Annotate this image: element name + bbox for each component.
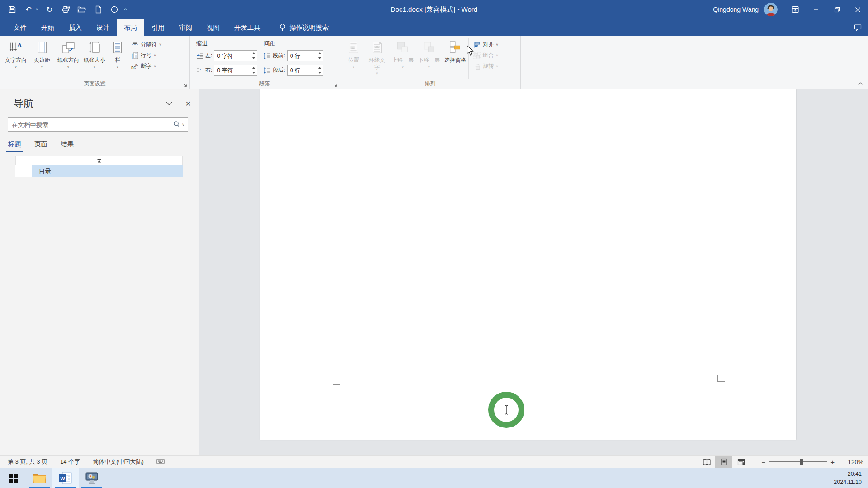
taskbar-file-explorer[interactable] [26, 468, 52, 488]
spin-down[interactable] [250, 70, 257, 76]
undo-button[interactable]: ↶ [24, 5, 33, 14]
dialog-launcher-page-setup[interactable] [181, 81, 188, 88]
chevron-down-icon: ˅ [352, 65, 354, 69]
tab-file[interactable]: 文件 [6, 19, 34, 36]
taskbar-word[interactable]: W [52, 468, 79, 488]
quick-access-toolbar: ↶ ˅ ↻ ⸱˅ [0, 5, 127, 14]
zoom-slider[interactable] [769, 461, 827, 462]
taskbar-clock[interactable]: 20:41 2024.11.10 [829, 468, 868, 488]
dialog-launcher-paragraph[interactable] [331, 81, 338, 88]
print-preview-icon[interactable] [61, 5, 71, 14]
line-numbers-button[interactable]: 123 行号˅ [131, 52, 161, 59]
spin-up[interactable] [316, 51, 323, 56]
read-mode-button[interactable] [698, 456, 715, 468]
redo-icon[interactable]: ↻ [44, 5, 54, 14]
nav-tab-results[interactable]: 结果 [61, 140, 74, 152]
web-layout-button[interactable] [732, 456, 750, 468]
indent-left-icon [196, 52, 203, 60]
nav-pane-options-chevron-icon[interactable] [165, 100, 173, 107]
tab-layout[interactable]: 布局 [117, 19, 144, 36]
zoom-slider-thumb[interactable] [800, 459, 803, 465]
zoom-percentage[interactable]: 120% [844, 459, 863, 465]
spin-down[interactable] [316, 70, 323, 76]
chevron-down-icon: ˅ [93, 65, 95, 69]
align-button[interactable]: 对齐˅ [473, 41, 498, 48]
restore-button[interactable] [826, 0, 847, 19]
margins-button[interactable]: 页边距 ˅ [29, 38, 55, 79]
paper-size-button[interactable]: 纸张大小 ˅ [81, 38, 108, 79]
minimize-button[interactable] [806, 0, 826, 19]
taskbar-system-tool[interactable] [79, 468, 105, 488]
taskbar: W 20:41 2024.11.10 [0, 468, 868, 488]
close-button[interactable] [847, 0, 868, 19]
open-folder-icon[interactable] [77, 5, 87, 14]
touch-mode-circle-icon[interactable] [109, 5, 119, 14]
chevron-down-icon: ˅ [401, 65, 404, 69]
lightbulb-icon [279, 23, 286, 32]
collapse-ribbon-button[interactable] [857, 80, 863, 87]
hyphenation-button[interactable]: bca- 断字˅ [131, 62, 161, 70]
chevron-down-icon: ˅ [376, 71, 378, 76]
orientation-button[interactable]: 纸张方向 ˅ [55, 38, 81, 79]
keyboard-icon[interactable] [156, 458, 165, 466]
tell-me-search[interactable]: 操作说明搜索 [279, 19, 329, 36]
search-input[interactable] [8, 122, 173, 128]
space-after-field[interactable]: 0 行 [287, 65, 323, 76]
ribbon-display-options-icon[interactable] [785, 0, 806, 19]
account-user-name[interactable]: Qingdong Wang [713, 6, 759, 13]
start-button[interactable] [0, 468, 26, 488]
avatar[interactable] [764, 3, 778, 16]
zoom-in-button[interactable]: + [827, 458, 838, 466]
spin-up[interactable] [250, 65, 257, 70]
chevron-down-icon: ˅ [496, 64, 498, 69]
spin-down[interactable] [316, 56, 323, 61]
navigation-pane: 导航 × ˅ 标题 页面 结果 [0, 89, 199, 455]
spin-up[interactable] [250, 51, 257, 56]
spin-up[interactable] [316, 65, 323, 70]
position-button: 位置 ˅ [343, 38, 364, 79]
nav-tab-pages[interactable]: 页面 [34, 140, 47, 152]
tab-review[interactable]: 审阅 [172, 19, 199, 36]
search-icon[interactable] [173, 121, 180, 129]
svg-text:A: A [17, 42, 22, 49]
space-before-field[interactable]: 0 行 [287, 50, 323, 61]
document-search-box[interactable]: ˅ [8, 117, 188, 132]
word-count-status[interactable]: 14 个字 [60, 458, 80, 466]
tab-home[interactable]: 开始 [34, 19, 61, 36]
print-layout-button[interactable] [715, 456, 732, 468]
tab-references[interactable]: 引用 [144, 19, 172, 36]
jump-to-top-button[interactable] [15, 156, 183, 165]
comments-icon[interactable] [854, 19, 862, 36]
title-bar: ↶ ˅ ↻ ⸱˅ Doc1.docx [兼容模式] - Word Qingdon… [0, 0, 868, 19]
tab-view[interactable]: 视图 [199, 19, 227, 36]
breaks-button[interactable]: 分隔符˅ [131, 41, 161, 48]
space-after-icon [264, 67, 271, 74]
save-icon[interactable] [7, 5, 17, 14]
chevron-down-icon: ˅ [496, 42, 498, 47]
page-number-status[interactable]: 第 3 页, 共 3 页 [8, 458, 47, 466]
document-area[interactable] [199, 89, 868, 455]
selection-pane-button[interactable]: 选择窗格 [442, 38, 468, 79]
zoom-out-button[interactable]: − [758, 458, 769, 466]
indent-right-field[interactable]: 0 字符 [214, 65, 257, 76]
group-button: 组合˅ [473, 52, 498, 59]
clock-date: 2024.11.10 [834, 478, 862, 486]
margins-icon [35, 39, 49, 56]
customize-qat-chevron-icon[interactable]: ⸱˅ [124, 7, 127, 12]
list-item[interactable]: 目录 [15, 165, 183, 177]
search-options-chevron-icon[interactable]: ˅ [180, 122, 188, 127]
nav-pane-close-icon[interactable]: × [185, 99, 191, 108]
language-status[interactable]: 简体中文(中国大陆) [93, 458, 144, 466]
tab-design[interactable]: 设计 [89, 19, 117, 36]
spin-down[interactable] [250, 56, 257, 61]
heading-item-selected[interactable]: 目录 [32, 165, 183, 177]
document-page[interactable] [260, 89, 796, 440]
tab-developer[interactable]: 开发工具 [227, 19, 268, 36]
new-document-icon[interactable] [93, 5, 103, 14]
columns-button[interactable]: 栏 ˅ [108, 38, 127, 79]
tab-insert[interactable]: 插入 [61, 19, 89, 36]
indent-left-field[interactable]: 0 字符 [214, 50, 257, 61]
nav-tab-headings[interactable]: 标题 [8, 140, 21, 152]
undo-dropdown-chevron-icon[interactable]: ˅ [36, 7, 38, 12]
text-direction-button[interactable]: A 文字方向 ˅ [3, 38, 29, 79]
